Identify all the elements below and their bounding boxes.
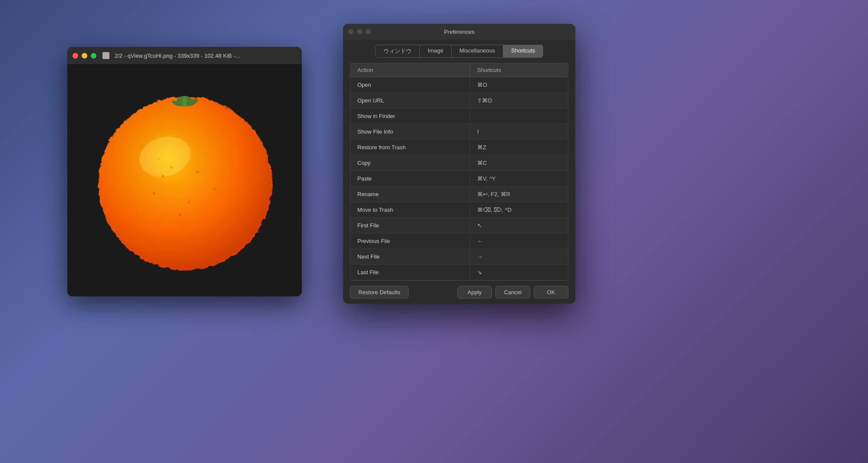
image-viewer-window: 2/2 - qView.gTcuHI.png - 339x339 - 102.4…	[67, 47, 302, 296]
action-cell: Copy	[350, 155, 470, 171]
orange-image	[85, 81, 284, 280]
svg-point-10	[196, 171, 199, 173]
tab-shortcuts[interactable]: Shortcuts	[503, 45, 543, 58]
svg-point-15	[158, 158, 159, 160]
shortcut-cell: ⌘↩, F2, ⌘R	[470, 187, 568, 202]
action-cell: Previous File	[350, 233, 470, 249]
action-cell: Last File	[350, 265, 470, 280]
svg-point-2	[98, 96, 271, 269]
action-cell: Rename	[350, 187, 470, 202]
prefs-titlebar: Preferences	[343, 24, 575, 39]
tab-window[interactable]: ウィンドウ	[375, 45, 420, 58]
svg-point-11	[188, 201, 190, 203]
action-column-header: Action	[350, 63, 470, 77]
prefs-footer: Restore Defaults Apply Cancel OK	[343, 281, 575, 304]
table-row: Move to Trash⌘⌫, ⌦, ^D	[350, 202, 568, 218]
prefs-footer-right: Apply Cancel OK	[457, 286, 568, 299]
image-viewer-titlebar: 2/2 - qView.gTcuHI.png - 339x339 - 102.4…	[67, 47, 302, 64]
prefs-footer-left: Restore Defaults	[350, 286, 454, 299]
table-row: Show in Finder	[350, 108, 568, 124]
shortcut-cell: →	[470, 249, 568, 265]
minimize-button[interactable]	[82, 53, 87, 59]
prefs-maximize-button[interactable]	[366, 29, 371, 34]
restore-defaults-button[interactable]: Restore Defaults	[350, 286, 409, 299]
close-button[interactable]	[73, 53, 78, 59]
table-row: Previous File←	[350, 233, 568, 249]
shortcuts-table-rows: Open⌘OOpen URL⇧⌘OShow in FinderShow File…	[350, 77, 568, 280]
shortcut-cell: ⇧⌘O	[470, 93, 568, 108]
action-cell: Restore from Trash	[350, 140, 470, 155]
table-row: First File↖	[350, 218, 568, 233]
action-cell: Move to Trash	[350, 202, 470, 218]
cancel-button[interactable]: Cancel	[495, 286, 530, 299]
tab-miscellaneous[interactable]: Miscellaneous	[452, 45, 503, 58]
table-row: Copy⌘C	[350, 155, 568, 171]
prefs-close-button[interactable]	[348, 29, 353, 34]
shortcut-cell: ←	[470, 233, 568, 249]
tab-image[interactable]: Image	[420, 45, 452, 58]
table-row: Restore from Trash⌘Z	[350, 140, 568, 155]
action-cell: Show File Info	[350, 124, 470, 140]
shortcut-cell: I	[470, 124, 568, 140]
svg-point-16	[210, 158, 211, 160]
action-cell: Open URL	[350, 93, 470, 108]
svg-point-14	[179, 214, 182, 217]
prefs-minimize-button[interactable]	[357, 29, 362, 34]
shortcuts-table-body[interactable]: Open⌘OOpen URL⇧⌘OShow in FinderShow File…	[350, 77, 568, 280]
maximize-button[interactable]	[91, 53, 96, 59]
shortcut-cell: ⌘⌫, ⌦, ^D	[470, 202, 568, 218]
svg-rect-5	[182, 97, 187, 107]
table-row: Open URL⇧⌘O	[350, 93, 568, 108]
image-content-area	[67, 64, 302, 296]
table-row: Show File InfoI	[350, 124, 568, 140]
table-row: Last File↘	[350, 265, 568, 280]
table-row: Paste⌘V, ^Y	[350, 171, 568, 187]
svg-point-13	[214, 188, 216, 190]
apply-button[interactable]: Apply	[457, 286, 492, 299]
action-cell: Next File	[350, 249, 470, 265]
prefs-dialog-title: Preferences	[444, 29, 474, 35]
shortcut-cell	[470, 108, 568, 124]
shortcuts-column-header: Shortcuts	[470, 63, 568, 77]
action-cell: Show in Finder	[350, 108, 470, 124]
shortcut-cell: ↖	[470, 218, 568, 233]
action-cell: First File	[350, 218, 470, 233]
prefs-tabs: ウィンドウ Image Miscellaneous Shortcuts	[343, 39, 575, 61]
shortcuts-table-container: Action Shortcuts Open⌘OOpen URL⇧⌘OShow i…	[350, 63, 568, 281]
svg-point-12	[153, 192, 155, 195]
shortcut-cell: ⌘Z	[470, 140, 568, 155]
shortcut-cell: ↘	[470, 265, 568, 280]
file-icon	[102, 52, 109, 59]
table-row: Open⌘O	[350, 77, 568, 93]
svg-point-8	[162, 175, 164, 177]
shortcut-cell: ⌘O	[470, 77, 568, 93]
svg-point-9	[171, 166, 173, 168]
table-row: Rename⌘↩, F2, ⌘R	[350, 187, 568, 202]
preferences-dialog: Preferences ウィンドウ Image Miscellaneous Sh…	[343, 24, 575, 304]
action-cell: Paste	[350, 171, 470, 187]
action-cell: Open	[350, 77, 470, 93]
ok-button[interactable]: OK	[534, 286, 568, 299]
window-title: 2/2 - qView.gTcuHI.png - 339x339 - 102.4…	[115, 53, 240, 59]
shortcut-cell: ⌘V, ^Y	[470, 171, 568, 187]
shortcut-cell: ⌘C	[470, 155, 568, 171]
table-row: Next File→	[350, 249, 568, 265]
shortcuts-table-header: Action Shortcuts	[350, 63, 568, 77]
